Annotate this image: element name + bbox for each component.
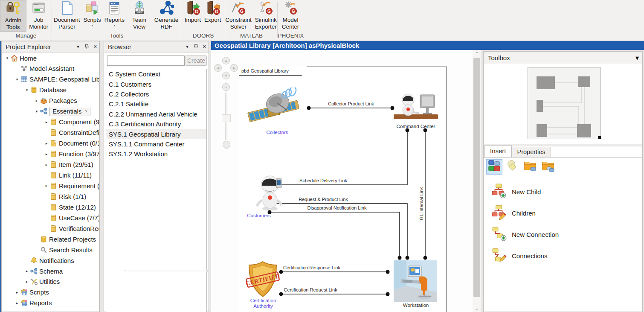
ribbon-button-import[interactable]: GImport: [183, 0, 203, 32]
minimap-resize-handle[interactable]: [598, 136, 601, 139]
diagram-minimap[interactable]: [528, 67, 600, 139]
browser-list-item[interactable]: C.1 Customers: [106, 79, 206, 89]
job-monitor-icon: [31, 0, 46, 16]
diagram-node-command-center[interactable]: [390, 90, 441, 125]
tree-item-notifications[interactable]: Notifications: [24, 255, 74, 265]
tree-item-verificationreq[interactable]: VerificationReq: [44, 223, 99, 233]
tree-expander-icon[interactable]: ▸: [44, 152, 49, 156]
tree-item-schema[interactable]: ▸Schema: [24, 266, 63, 276]
close-icon[interactable]: ✕: [91, 44, 99, 50]
ribbon-button-simulink-exporter[interactable]: GSimulink Exporter: [253, 0, 278, 32]
tree-item-item[interactable]: ▸Item (29/51): [44, 160, 93, 170]
scroll-down-arrow[interactable]: ⌄: [473, 305, 481, 312]
essentials-combobox[interactable]: Essentials˅: [49, 107, 90, 116]
insert-tool-folder-entity-button[interactable]: [522, 159, 538, 175]
tree-item-database[interactable]: ▾Database: [24, 85, 67, 95]
tree-expander-icon[interactable]: ▸: [34, 99, 39, 103]
diagram-node-collectors[interactable]: [247, 87, 309, 128]
insert-item-children[interactable]: Children: [491, 204, 536, 222]
ribbon-button-team-view[interactable]: </>VIEWTeam View: [126, 0, 152, 32]
panel-menu-icon[interactable]: ▾: [183, 44, 191, 50]
tree-expander-icon[interactable]: ▾: [24, 88, 29, 92]
tree-item-document[interactable]: ▸Document (0/1: [44, 138, 99, 149]
tree-item-function[interactable]: ▸Function (3/97: [44, 149, 99, 159]
tree-expander-icon[interactable]: ▸: [15, 301, 20, 305]
browser-list-item[interactable]: C System Context: [106, 69, 206, 79]
tree-item-search[interactable]: Search Results: [34, 245, 93, 255]
utilities-icon: [30, 278, 38, 285]
ribbon-button-job-monitor[interactable]: Job Monitor: [26, 0, 51, 32]
insert-item-new-connection[interactable]: New Connection: [491, 226, 559, 243]
tree-item-related[interactable]: Related Projects: [34, 234, 96, 244]
tree-item-usecase[interactable]: UseCase (7/7): [44, 213, 99, 223]
canvas-scrollbar[interactable]: ⌃ ⌄: [473, 50, 481, 312]
create-button[interactable]: Create: [186, 55, 207, 66]
tree-item-component[interactable]: ▸Component (9: [44, 117, 99, 127]
ribbon-group-matlab: GConstraint SolverGSimulink ExporterMATL…: [225, 0, 278, 40]
svg-text:G: G: [292, 9, 295, 14]
tree-expander-icon[interactable]: ▸: [44, 184, 49, 188]
tree-expander-icon[interactable]: ▸: [44, 120, 49, 124]
ribbon-button-export[interactable]: GExport: [203, 0, 223, 32]
tree-item-state[interactable]: State (12/12): [44, 202, 96, 212]
tree-item-requirement[interactable]: ▸Requirement (: [44, 181, 99, 191]
ribbon-button-scripts[interactable]: Scripts▾: [82, 0, 103, 32]
insert-tool-folder-entities-button[interactable]: [540, 159, 556, 175]
tree-expander-icon[interactable]: ▸: [15, 290, 20, 295]
tree-item-risk[interactable]: Risk (1/1): [44, 191, 86, 201]
browser-list-item[interactable]: C.3 Certification Authority: [106, 119, 206, 129]
tree-expander-icon[interactable]: ▸: [24, 280, 29, 284]
ribbon-button-reports[interactable]: Reports▾: [103, 0, 126, 32]
scroll-up-arrow[interactable]: ⌃: [473, 50, 481, 57]
diagram-node-workstation[interactable]: [394, 260, 437, 302]
browser-list-item[interactable]: C.2 Collectors: [106, 89, 206, 99]
panel-menu-icon[interactable]: ▾: [635, 54, 639, 62]
tree-item-scripts[interactable]: ▸Scripts: [15, 287, 49, 297]
browser-list-item[interactable]: SYS.1 Geospatial Library: [106, 129, 206, 139]
close-icon[interactable]: ✕: [200, 44, 209, 50]
tree-expander-icon[interactable]: ▾: [5, 56, 10, 60]
generate-rdf-icon: [159, 0, 174, 16]
tab-properties[interactable]: Properties: [512, 147, 551, 157]
tab-insert[interactable]: Insert: [484, 146, 512, 157]
tree-item-packages[interactable]: ▸Packages: [34, 96, 77, 106]
new-connection-icon: [491, 226, 507, 243]
scrollbar-thumb[interactable]: [473, 58, 480, 297]
ribbon-button-generate-rdf[interactable]: Generate RDF: [152, 0, 180, 32]
tree-expander-icon[interactable]: ▸: [44, 163, 49, 167]
ribbon-button-label: Model Center: [279, 17, 302, 30]
browser-list-item[interactable]: C.2.2 Unmanned Aerial Vehicle: [106, 109, 206, 119]
tree-expander-icon[interactable]: ▾: [34, 109, 39, 114]
tree-item-reports[interactable]: ▸Reports: [15, 298, 52, 308]
insert-tool-shapes-button[interactable]: [504, 159, 520, 175]
tree-item-model[interactable]: Model Assistant: [15, 64, 74, 74]
insert-item-new-child[interactable]: New Child: [491, 183, 541, 200]
tree-item-constraintdefir[interactable]: ConstraintDefir: [44, 128, 99, 138]
tree-item-home[interactable]: ▾Home: [5, 53, 37, 63]
diagram-node-certification-authority[interactable]: CERTIFIED: [245, 260, 280, 299]
pin-icon[interactable]: [82, 44, 91, 50]
tree-item-sample[interactable]: ▾SAMPLE: Geospatial Libra: [15, 74, 99, 85]
diagram-canvas[interactable]: ▲ ◀ ▶ ▼ + − pbd Geospatial Library [Arch…: [211, 50, 473, 312]
panel-menu-icon[interactable]: ▾: [74, 44, 82, 50]
browser-list-item[interactable]: SYS.1.1 Command Center: [106, 139, 206, 149]
ribbon-button-label: Import: [185, 17, 201, 23]
tree-expander-icon[interactable]: ▸: [44, 141, 49, 146]
tree-expander-icon[interactable]: ▾: [15, 77, 20, 82]
browser-search-input[interactable]: [107, 55, 185, 66]
ribbon-button-model-center[interactable]: GModel Center: [278, 0, 303, 32]
tree-item-utilities[interactable]: ▸Utilities: [24, 277, 60, 287]
pin-icon[interactable]: [191, 44, 200, 50]
insert-item-connections[interactable]: Connections: [491, 247, 547, 264]
ribbon-button-admin-tools[interactable]: Admin Tools: [0, 0, 26, 32]
tree-item-link[interactable]: Link (11/11): [44, 170, 92, 180]
browser-list-item[interactable]: C.2.1 Satellite: [106, 99, 206, 109]
ribbon-button-document-parser[interactable]: Document Parser: [52, 0, 82, 32]
browser-list-item[interactable]: SYS.1.2 Workstation: [106, 149, 206, 159]
insert-tool-blocks-button[interactable]: [486, 159, 502, 175]
tree-item-essentials[interactable]: ▾Essentials˅: [34, 106, 90, 117]
diagram-node-customers[interactable]: [252, 173, 290, 211]
tree-expander-icon[interactable]: ▸: [24, 269, 29, 273]
ribbon-button-constraint-solver[interactable]: GConstraint Solver: [223, 0, 253, 32]
ribbon-button-label: Reports: [104, 17, 125, 23]
